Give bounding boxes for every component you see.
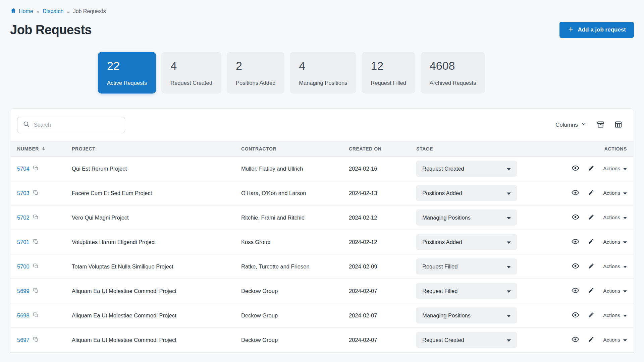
archive-icon	[597, 121, 604, 129]
stat-card-1[interactable]: 4 Request Created	[161, 52, 221, 94]
view-button[interactable]	[572, 213, 579, 222]
actions-cell: Actions	[524, 287, 627, 295]
search-box[interactable]	[17, 117, 125, 133]
row-created-on: 2024-02-07	[349, 337, 416, 343]
row-project: Aliquam Ea Ut Molestiae Commodi Project	[72, 312, 241, 319]
row-number-link[interactable]: 5700	[17, 263, 30, 270]
row-contractor: Ritchie, Frami and Ritchie	[241, 215, 349, 221]
copy-button[interactable]	[33, 239, 39, 245]
column-header-project[interactable]: PROJECT	[72, 146, 241, 152]
column-header-contractor[interactable]: CONTRACTOR	[241, 146, 349, 152]
row-contractor: Deckow Group	[241, 312, 349, 319]
number-cell: 5697	[17, 337, 72, 343]
stage-select[interactable]: Managing Positions	[416, 307, 517, 323]
edit-button[interactable]	[588, 189, 594, 197]
view-button[interactable]	[572, 287, 579, 295]
copy-icon	[33, 214, 39, 221]
row-actions-dropdown[interactable]: Actions	[603, 239, 627, 245]
view-button[interactable]	[572, 336, 579, 344]
copy-button[interactable]	[33, 288, 39, 294]
search-input[interactable]	[34, 122, 119, 128]
row-number-link[interactable]: 5702	[17, 215, 30, 221]
stat-label: Archived Requests	[430, 80, 476, 86]
row-number-link[interactable]: 5698	[17, 312, 30, 319]
stat-card-2[interactable]: 2 Positions Added	[227, 52, 284, 94]
breadcrumb-current: Job Requests	[73, 8, 106, 14]
copy-button[interactable]	[33, 214, 39, 221]
copy-button[interactable]	[33, 165, 39, 172]
view-button[interactable]	[572, 164, 579, 173]
edit-button[interactable]	[588, 336, 594, 344]
row-number-link[interactable]: 5699	[17, 288, 30, 294]
view-button[interactable]	[572, 262, 579, 271]
edit-button[interactable]	[588, 214, 594, 221]
page-title: Job Requests	[10, 23, 92, 37]
edit-button[interactable]	[588, 238, 594, 246]
eye-icon	[572, 164, 579, 173]
stat-card-3[interactable]: 4 Managing Positions	[290, 52, 356, 94]
row-actions-dropdown[interactable]: Actions	[603, 215, 627, 221]
stage-cell: Positions Added	[416, 234, 524, 250]
row-number-link[interactable]: 5704	[17, 166, 30, 172]
row-number-link[interactable]: 5697	[17, 337, 30, 343]
edit-button[interactable]	[588, 312, 594, 319]
view-button[interactable]	[572, 311, 579, 320]
add-job-request-button[interactable]: Add a job request	[559, 22, 634, 38]
stat-card-4[interactable]: 12 Request Filled	[362, 52, 415, 94]
copy-icon	[33, 165, 39, 172]
stage-select[interactable]: Request Filled	[416, 283, 517, 299]
stat-card-5[interactable]: 4608 Archived Requests	[421, 52, 485, 94]
column-header-created-on[interactable]: CREATED ON	[349, 146, 416, 152]
pencil-icon	[588, 312, 594, 319]
number-cell: 5700	[17, 263, 72, 270]
copy-button[interactable]	[33, 190, 39, 196]
row-actions-dropdown[interactable]: Actions	[603, 312, 627, 318]
actions-cell: Actions	[524, 262, 627, 271]
stage-select[interactable]: Positions Added	[416, 234, 517, 250]
breadcrumb-dispatch-label: Dispatch	[43, 8, 63, 14]
copy-icon	[33, 337, 39, 343]
table-row: 5702 Vero Qui Magni Project Ritchie, Fra…	[10, 205, 634, 230]
eye-icon	[572, 189, 579, 197]
stage-cell: Request Filled	[416, 283, 524, 299]
sort-descending-icon	[41, 146, 46, 152]
eye-icon	[572, 311, 579, 320]
copy-button[interactable]	[33, 263, 39, 270]
table-columns-button[interactable]	[614, 121, 622, 129]
row-actions-dropdown[interactable]: Actions	[603, 190, 627, 196]
columns-dropdown[interactable]: Columns	[555, 121, 587, 129]
stage-select[interactable]: Request Created	[416, 161, 517, 177]
row-number-link[interactable]: 5703	[17, 190, 30, 196]
page-header: Job Requests Add a job request	[10, 22, 634, 38]
eye-icon	[572, 262, 579, 271]
stage-select[interactable]: Request Created	[416, 332, 517, 348]
stat-card-0[interactable]: 22 Active Requests	[98, 52, 156, 94]
stage-select[interactable]: Managing Positions	[416, 209, 517, 226]
breadcrumb-dispatch-link[interactable]: Dispatch	[43, 8, 63, 14]
view-button[interactable]	[572, 238, 579, 246]
copy-button[interactable]	[33, 312, 39, 319]
edit-button[interactable]	[588, 165, 594, 172]
row-actions-dropdown[interactable]: Actions	[603, 288, 627, 294]
row-number-link[interactable]: 5701	[17, 239, 30, 245]
row-actions-dropdown[interactable]: Actions	[603, 263, 627, 269]
row-created-on: 2024-02-16	[349, 166, 416, 172]
table-row: 5701 Voluptates Harum Eligendi Project K…	[10, 230, 634, 254]
table-row: 5699 Aliquam Ea Ut Molestiae Commodi Pro…	[10, 279, 634, 303]
breadcrumb-home-link[interactable]: Home	[10, 7, 33, 15]
row-actions-label: Actions	[603, 166, 620, 172]
archive-button[interactable]	[597, 121, 604, 129]
row-actions-dropdown[interactable]: Actions	[603, 337, 627, 343]
copy-button[interactable]	[33, 337, 39, 343]
row-created-on: 2024-02-12	[349, 215, 416, 221]
stage-select[interactable]: Request Filled	[416, 258, 517, 275]
edit-button[interactable]	[588, 287, 594, 295]
view-button[interactable]	[572, 189, 579, 197]
column-header-stage[interactable]: STAGE	[416, 146, 524, 152]
caret-down-icon	[507, 263, 511, 270]
row-actions-dropdown[interactable]: Actions	[603, 166, 627, 172]
edit-button[interactable]	[588, 263, 594, 270]
stage-select[interactable]: Positions Added	[416, 185, 517, 201]
pencil-icon	[588, 263, 594, 270]
column-header-number[interactable]: NUMBER	[17, 146, 72, 152]
